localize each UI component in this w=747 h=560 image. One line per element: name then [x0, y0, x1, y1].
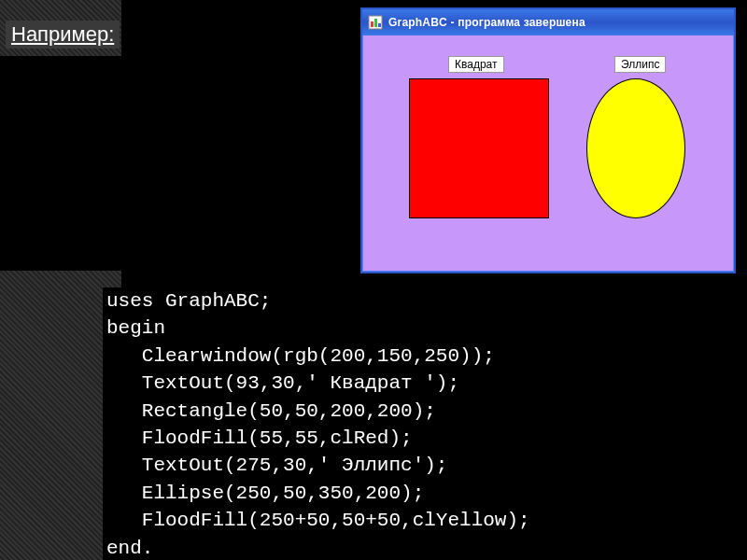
code-listing: uses GraphABC; begin Clearwindow(rgb(200… — [103, 287, 530, 560]
graphabc-window: GraphABC - программа завершена Квадрат Э… — [360, 7, 736, 273]
svg-rect-3 — [378, 23, 381, 27]
svg-rect-2 — [374, 19, 377, 27]
window-title: GraphABC - программа завершена — [388, 16, 585, 29]
example-heading: Например: — [6, 21, 120, 49]
label-ellipse: Эллипс — [614, 56, 666, 73]
shape-square — [409, 78, 549, 218]
label-square: Квадрат — [448, 56, 504, 73]
shape-ellipse — [586, 78, 685, 218]
svg-rect-1 — [371, 21, 374, 27]
window-titlebar[interactable]: GraphABC - программа завершена — [362, 9, 734, 35]
drawing-canvas: Квадрат Эллипс — [370, 41, 726, 264]
app-icon — [368, 15, 383, 30]
